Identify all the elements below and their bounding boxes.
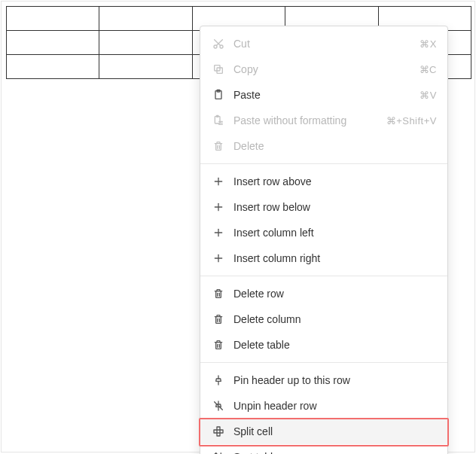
menu-item-label: Delete row [233,288,437,300]
table-cell[interactable] [99,31,192,55]
editor-page: Cut⌘XCopy⌘CPaste⌘VPaste without formatti… [1,1,475,452]
trash-icon [211,312,226,327]
plus-icon [211,200,226,215]
menu-item-label: Cut [233,38,420,50]
menu-item-copy: Copy⌘C [200,56,447,82]
menu-item-shortcut: ⌘C [420,64,437,75]
menu-item-delete: Delete [200,133,447,159]
paste-icon [211,87,226,102]
menu-item-label: Insert row above [233,175,437,187]
menu-item-unpin-header-row[interactable]: Unpin header row [200,393,447,419]
plus-icon [211,174,226,189]
menu-item-split-cell[interactable]: Split cell [200,419,447,444]
svg-rect-26 [217,427,220,430]
menu-item-label: Delete table [233,339,437,351]
svg-rect-8 [215,117,220,123]
menu-item-delete-row[interactable]: Delete row [200,281,447,306]
menu-item-label: Insert column left [233,227,437,239]
trash-icon [211,337,226,352]
menu-item-paste[interactable]: Paste⌘V [200,82,447,108]
table-cell[interactable] [7,7,99,31]
menu-item-label: Unpin header row [233,400,437,412]
menu-item-delete-column[interactable]: Delete column [200,306,447,332]
plus-icon [211,225,226,240]
menu-divider [200,276,447,276]
menu-divider [200,163,447,164]
menu-item-pin-header-up-to-this-row[interactable]: Pin header up to this row [200,367,447,393]
menu-item-shortcut: ⌘X [420,38,437,50]
pin-icon [211,373,226,388]
menu-item-label: Split cell [233,425,437,437]
menu-item-insert-column-left[interactable]: Insert column left [200,220,447,245]
trash-icon [211,139,226,154]
menu-divider [200,362,447,363]
menu-item-label: Delete column [233,313,437,325]
svg-rect-25 [220,430,223,433]
table-cell[interactable] [7,55,99,79]
unpin-icon [211,398,226,413]
context-menu: Cut⌘XCopy⌘CPaste⌘VPaste without formatti… [200,26,448,454]
plus-icon [211,251,226,266]
menu-item-insert-row-above[interactable]: Insert row above [200,169,447,194]
menu-item-cut: Cut⌘X [200,31,447,56]
menu-item-sort-table[interactable]: Sort table▶ [200,444,447,454]
table-cell[interactable] [7,31,99,55]
menu-item-label: Paste [233,89,420,101]
menu-item-shortcut: ⌘V [420,90,437,101]
cut-icon [211,36,226,51]
table-cell[interactable] [99,7,192,31]
menu-item-insert-column-right[interactable]: Insert column right [200,245,447,271]
menu-item-delete-table[interactable]: Delete table [200,332,447,358]
menu-item-insert-row-below[interactable]: Insert row below [200,194,447,220]
menu-item-label: Paste without formatting [233,114,386,126]
menu-item-shortcut: ⌘+Shift+V [386,115,437,126]
copy-icon [211,62,226,77]
menu-item-label: Insert row below [233,201,437,213]
menu-item-label: Delete [233,140,437,152]
menu-item-label: Copy [233,63,420,75]
menu-item-label: Sort table [233,451,425,454]
menu-item-label: Pin header up to this row [233,374,437,386]
trash-icon [211,286,226,301]
menu-item-paste-without-formatting: Paste without formatting⌘+Shift+V [200,108,447,133]
split-icon [211,424,226,439]
table-cell[interactable] [99,55,192,79]
paste-plain-icon [211,113,226,128]
sort-icon [211,449,226,454]
svg-rect-27 [217,433,220,436]
svg-rect-24 [214,430,217,433]
menu-item-label: Insert column right [233,252,437,264]
